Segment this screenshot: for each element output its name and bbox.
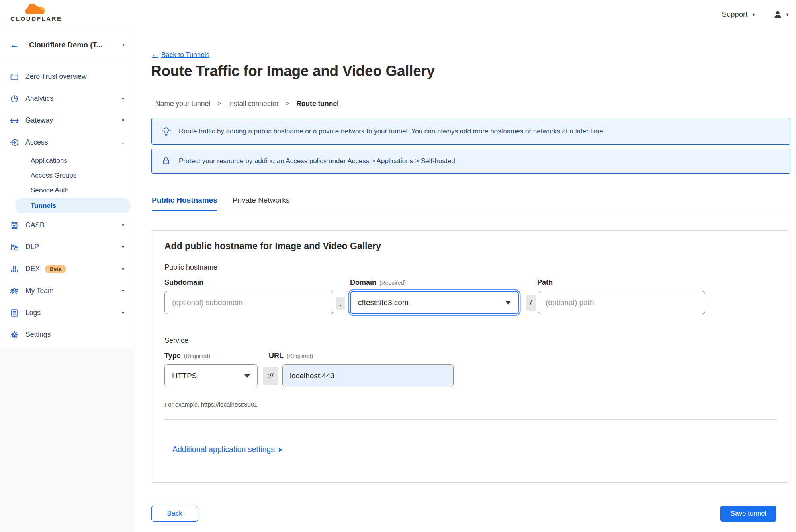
cloudflare-logo-text: CLOUDFLARE (6, 15, 66, 22)
sidebar-item-analytics[interactable]: Analytics ▼ (0, 88, 134, 110)
sidebar-item-access[interactable]: Access ▲ (0, 131, 134, 153)
main-content: ← Back to Tunnels Route Traffic for Imag… (134, 29, 796, 532)
breadcrumb-separator: > (286, 100, 289, 108)
sidebar-item-access-groups[interactable]: Access Groups (0, 168, 134, 183)
sidebar-footer-area (0, 348, 134, 532)
chevron-down-icon: ▼ (751, 12, 756, 17)
analytics-icon (10, 94, 19, 103)
back-to-tunnels-link[interactable]: ← Back to Tunnels (152, 51, 209, 59)
settings-gear-icon (10, 331, 19, 339)
type-label: Type(Required) (164, 352, 210, 360)
dlp-icon (10, 243, 19, 252)
access-icon (10, 138, 19, 147)
lightbulb-icon (161, 126, 171, 136)
overview-icon (10, 72, 19, 81)
chevron-down-icon: ▼ (121, 311, 125, 315)
lock-icon (161, 156, 171, 166)
card-divider (164, 419, 777, 420)
protect-banner-text: Protect your resource by adding an Acces… (179, 157, 457, 165)
chevron-down-icon: ▼ (121, 289, 125, 293)
url-example-hint: For example, https://localhost:8001 (164, 401, 257, 408)
chevron-down-icon: ▼ (121, 267, 125, 271)
required-hint: (Required) (287, 353, 313, 359)
sidebar: ← Cloudflare Demo (T... ▸ Zero Trust ove… (0, 29, 134, 532)
back-arrow-icon: ← (152, 51, 158, 59)
chevron-down-icon: ▼ (785, 12, 790, 17)
sidebar-nav: Zero Trust overview Analytics ▼ Gateway … (0, 61, 134, 346)
card-heading: Add public hostname for Image and Video … (164, 241, 381, 252)
account-switcher[interactable]: ← Cloudflare Demo (T... ▸ (0, 29, 134, 61)
user-menu[interactable]: ▼ (773, 10, 792, 19)
service-type-value: HTTPS (172, 372, 197, 380)
logs-icon (10, 309, 19, 317)
chevron-down-icon: ▼ (121, 96, 125, 101)
chevron-right-icon: ▶ (279, 446, 283, 452)
info-banner-text: Route traffic by adding a public hostnam… (179, 127, 605, 135)
user-icon (773, 10, 782, 19)
access-applications-self-hosted-link[interactable]: Access > Applications > Self-hosted (347, 157, 455, 165)
chevron-down-icon: ▼ (121, 223, 125, 227)
subdomain-label: Subdomain (164, 278, 203, 287)
sidebar-item-applications[interactable]: Applications (0, 153, 134, 168)
dot-separator: . (336, 297, 345, 310)
sidebar-item-logs[interactable]: Logs ▼ (0, 302, 134, 324)
service-section-label: Service (164, 336, 188, 345)
top-bar: CLOUDFLARE Support ▼ ▼ (0, 0, 796, 29)
service-url-input[interactable] (282, 364, 454, 387)
sidebar-item-gateway[interactable]: Gateway ▼ (0, 110, 134, 131)
cloudflare-cloud-icon (23, 2, 49, 16)
route-traffic-info-banner: Route traffic by adding a public hostnam… (151, 118, 790, 145)
chevron-down-icon (244, 374, 250, 378)
sidebar-item-settings[interactable]: Settings (0, 324, 134, 346)
support-label: Support (722, 10, 747, 19)
chevron-down-icon: ▼ (121, 245, 125, 249)
my-team-icon (10, 287, 19, 295)
domain-select[interactable]: cftestsite3.com (350, 291, 519, 314)
url-label: URL(Required) (269, 352, 313, 360)
chevron-right-icon: ▸ (123, 42, 125, 47)
domain-label: Domain(Required) (350, 278, 406, 287)
wizard-steps: Name your tunnel > Install connector > R… (155, 100, 339, 108)
additional-application-settings-link[interactable]: Additional application settings ▶ (172, 445, 283, 454)
chevron-up-icon: ▲ (121, 140, 125, 145)
required-hint: (Required) (184, 353, 210, 359)
path-input[interactable] (538, 291, 705, 314)
chevron-down-icon (505, 301, 511, 305)
tab-public-hostnames[interactable]: Public Hostnames (152, 196, 217, 211)
step-route-tunnel: Route tunnel (296, 100, 339, 108)
step-install-connector[interactable]: Install connector (228, 100, 278, 108)
back-arrow-icon[interactable]: ← (10, 40, 19, 49)
public-hostname-section-label: Public hostname (164, 263, 217, 272)
breadcrumb-separator: > (217, 100, 221, 108)
scheme-separator: :// (263, 367, 278, 385)
save-tunnel-button[interactable]: Save tunnel (720, 506, 776, 522)
back-button[interactable]: Back (151, 506, 198, 522)
sidebar-item-my-team[interactable]: My Team ▼ (0, 280, 134, 302)
required-hint: (Required) (379, 280, 406, 286)
hostname-tabs: Public Hostnames Private Networks (152, 196, 791, 211)
path-label: Path (537, 278, 553, 287)
chevron-down-icon: ▼ (121, 118, 125, 123)
account-name: Cloudflare Demo (T... (29, 41, 123, 49)
support-menu[interactable]: Support ▼ (722, 10, 756, 19)
gateway-icon (10, 116, 19, 125)
sidebar-item-service-auth[interactable]: Service Auth (0, 183, 134, 198)
sidebar-item-dlp[interactable]: DLP ▼ (0, 236, 134, 258)
sidebar-item-casb[interactable]: CASB ▼ (0, 214, 134, 236)
cloudflare-logo[interactable]: CLOUDFLARE (6, 2, 66, 22)
sidebar-item-zero-trust-overview[interactable]: Zero Trust overview (0, 66, 134, 88)
domain-selected-value: cftestsite3.com (358, 298, 409, 307)
access-policy-banner: Protect your resource by adding an Acces… (151, 149, 790, 174)
casb-icon (10, 221, 19, 230)
step-name-your-tunnel[interactable]: Name your tunnel (155, 100, 210, 108)
sidebar-item-dex[interactable]: DEX Beta ▼ (0, 258, 134, 280)
subdomain-input[interactable] (164, 291, 333, 314)
dex-icon (10, 265, 19, 274)
sidebar-item-tunnels-active[interactable]: Tunnels (15, 198, 131, 213)
tab-private-networks[interactable]: Private Networks (233, 196, 290, 211)
page-title: Route Traffic for Image and Video Galler… (151, 63, 435, 80)
service-type-select[interactable]: HTTPS (164, 364, 258, 387)
beta-badge: Beta (45, 265, 66, 273)
slash-separator: / (526, 295, 536, 311)
add-public-hostname-card: Add public hostname for Image and Video … (151, 230, 790, 483)
